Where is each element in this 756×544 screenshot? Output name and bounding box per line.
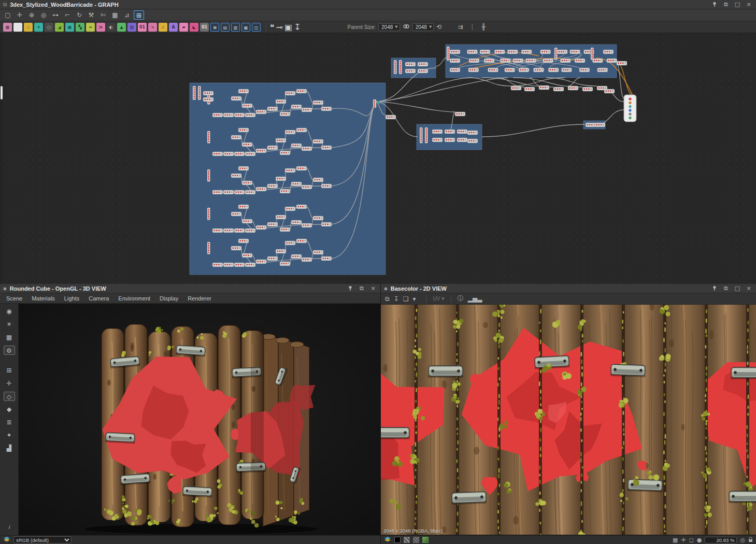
blur-node[interactable]: ○ <box>24 23 33 32</box>
graph-node[interactable] <box>313 250 323 254</box>
background-color-swatch[interactable] <box>394 537 401 543</box>
graph-node[interactable] <box>445 130 455 134</box>
graph-node[interactable] <box>540 50 551 54</box>
graph-node[interactable] <box>280 189 290 193</box>
graph-node[interactable] <box>480 50 490 54</box>
graph-node[interactable] <box>450 50 460 54</box>
graph-node[interactable] <box>245 228 255 233</box>
graph-node[interactable] <box>560 59 570 63</box>
graph-node[interactable] <box>234 228 245 233</box>
graph-node[interactable] <box>575 59 585 63</box>
graph-canvas[interactable] <box>0 33 756 284</box>
graph-node[interactable] <box>543 59 553 63</box>
pixel-processor-node[interactable]: ▤ <box>221 23 230 32</box>
graph-node[interactable] <box>570 50 580 54</box>
graph-node[interactable] <box>207 131 210 143</box>
graph-node[interactable] <box>592 59 603 63</box>
graph-node[interactable] <box>603 50 614 54</box>
menu-lights[interactable]: Lights <box>64 295 79 302</box>
gradient-map-node[interactable]: ▨ <box>127 23 136 32</box>
graph-node[interactable] <box>582 87 593 91</box>
graph-node[interactable] <box>526 59 536 63</box>
graph-node[interactable] <box>321 222 332 226</box>
graph-node[interactable] <box>617 61 627 65</box>
camera-settings-icon[interactable]: ◉ <box>4 307 15 316</box>
uv-layout-icon[interactable]: ⊞ <box>4 366 15 375</box>
frame-tool[interactable]: ▣ <box>284 22 292 32</box>
maximize-icon[interactable]: □ <box>733 285 741 292</box>
graph-node[interactable] <box>212 113 223 117</box>
graph-node[interactable] <box>231 246 241 250</box>
warp-node[interactable]: ≈ <box>86 23 95 32</box>
graph-node[interactable] <box>280 151 290 155</box>
graph-node[interactable] <box>207 242 210 254</box>
graph-node[interactable] <box>280 112 290 116</box>
graph-node[interactable] <box>203 97 213 102</box>
graph-node[interactable] <box>394 60 397 74</box>
graph-node[interactable] <box>296 89 307 93</box>
close-icon[interactable]: × <box>745 285 753 292</box>
graph-node[interactable] <box>418 69 428 73</box>
graph-node[interactable] <box>242 104 252 108</box>
move-canvas-icon[interactable]: ⧉ <box>385 295 390 303</box>
graph-node[interactable] <box>505 68 515 72</box>
info-icon[interactable]: i <box>4 523 15 532</box>
texture-filter-swatch[interactable] <box>422 537 429 543</box>
graph-node[interactable] <box>521 50 532 54</box>
parent-size-height-dropdown[interactable]: 2048▼ <box>412 23 434 31</box>
graph-node[interactable] <box>467 139 478 143</box>
graph-node[interactable] <box>494 50 505 54</box>
graph-node[interactable] <box>513 59 523 63</box>
search-tool[interactable]: ◎ <box>38 10 49 20</box>
graph-node[interactable] <box>500 59 510 63</box>
graph-node[interactable] <box>285 207 295 211</box>
graph-node[interactable] <box>276 249 286 253</box>
graph-node[interactable] <box>285 130 295 134</box>
curve-node[interactable]: ∿ <box>148 23 157 32</box>
graph-node[interactable] <box>432 130 443 134</box>
auto-layout-icon[interactable]: ╫ <box>481 23 485 31</box>
info-toggle-icon[interactable]: ⓘ <box>458 294 464 303</box>
graph-node[interactable] <box>291 220 302 224</box>
pin-icon[interactable] <box>710 285 719 292</box>
close-icon[interactable]: × <box>369 285 377 292</box>
link-mode-straight[interactable]: ⊶ <box>50 10 61 20</box>
graph-node[interactable] <box>242 253 252 257</box>
graph-node[interactable] <box>425 127 428 143</box>
zoom-region-tool[interactable]: ⊕ <box>26 10 37 20</box>
graph-node[interactable] <box>285 91 295 95</box>
graph-node[interactable] <box>285 241 295 245</box>
svg-node[interactable]: ▰ <box>179 23 188 32</box>
graph-node[interactable] <box>302 147 312 151</box>
graph-node[interactable] <box>291 254 302 259</box>
graph-node[interactable] <box>445 138 455 142</box>
float-panel-icon[interactable]: ⧉ <box>722 285 730 292</box>
graph-node[interactable] <box>313 216 323 220</box>
node-states-icon[interactable]: ⋮ <box>469 23 475 31</box>
wireframe-icon[interactable]: ◇ <box>4 392 15 401</box>
graph-node[interactable] <box>420 127 423 143</box>
channel-select-icon[interactable]: ▾ <box>412 295 416 303</box>
lights-icon[interactable]: ☀ <box>4 320 15 329</box>
graph-node[interactable] <box>267 146 278 150</box>
graph-node[interactable] <box>561 68 572 72</box>
graph-node[interactable] <box>198 86 201 100</box>
gizmo-icon[interactable]: ✛ <box>4 379 15 388</box>
link-sizes-icon[interactable] <box>403 24 410 30</box>
maximize-icon[interactable]: □ <box>733 1 741 8</box>
effects-icon[interactable]: ✦ <box>4 431 15 440</box>
graph-node[interactable] <box>207 208 210 220</box>
graph-node[interactable] <box>267 256 278 261</box>
display-settings-icon[interactable]: ⚙ <box>4 346 15 355</box>
graph-node[interactable] <box>238 89 249 93</box>
graph-node[interactable] <box>203 91 213 95</box>
cut-links-tool[interactable]: ✄ <box>98 10 108 20</box>
graph-node[interactable] <box>313 178 323 182</box>
graph-node[interactable] <box>548 68 559 72</box>
graph-node[interactable] <box>507 50 518 54</box>
flood-fill-node[interactable]: ◣ <box>190 23 198 32</box>
graph-node[interactable] <box>447 47 450 61</box>
zoom-reset-icon[interactable]: ◎ <box>740 537 745 543</box>
graph-node[interactable] <box>539 85 549 90</box>
fit-view-icon[interactable]: ◻ <box>689 537 694 543</box>
